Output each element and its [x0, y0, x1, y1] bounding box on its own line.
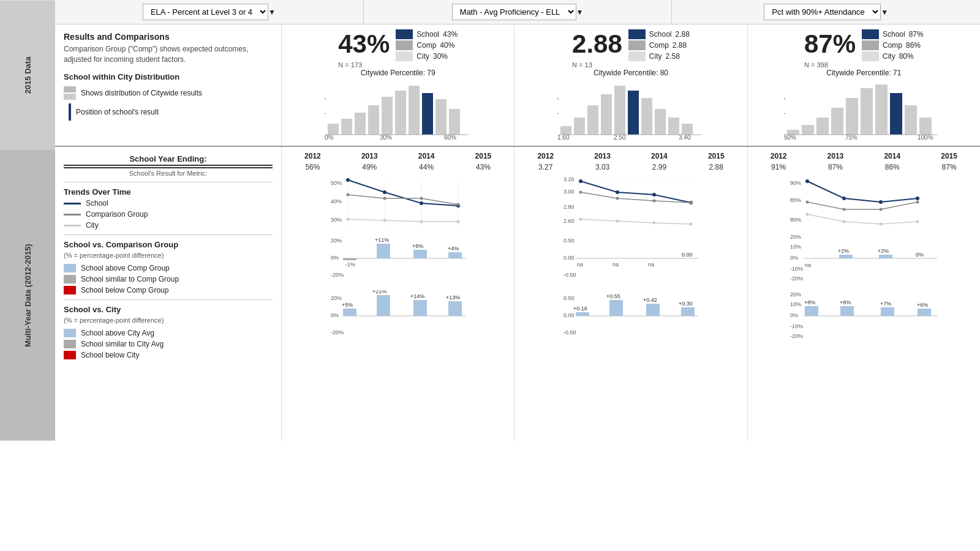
ela-dropdown[interactable]: ELA - Percent at Level 3 or 4: [143, 4, 268, 20]
svg-text:0.50: 0.50: [564, 238, 575, 244]
ela-yr-2013: 2013: [341, 151, 398, 162]
svg-text:30%: 30%: [331, 217, 342, 223]
svg-point-135: [916, 201, 919, 204]
svg-text:-0.50: -0.50: [564, 329, 576, 335]
city-legend-title: School vs. City: [64, 305, 273, 314]
svg-text:-20%: -20%: [331, 329, 344, 335]
svg-text:3.00: 3.00: [564, 189, 575, 195]
attendance-dropdown[interactable]: Pct with 90%+ Attendance: [764, 4, 881, 20]
ela-yr-2014: 2014: [398, 151, 455, 162]
svg-rect-80: [343, 309, 356, 316]
attendance-stat-row: 87% N = 398 School 87% Comp 86%: [752, 29, 976, 69]
svg-text:0.00: 0.00: [564, 255, 575, 261]
svg-rect-147: [839, 255, 853, 258]
svg-point-99: [652, 200, 655, 203]
ela-yr-2015: 2015: [454, 151, 511, 162]
ela-city-value: 30%: [433, 52, 448, 61]
svg-point-56: [346, 193, 349, 197]
math-city-label: City: [649, 52, 662, 61]
attendance-trend-chart: 90% 85% 80%: [790, 175, 937, 230]
svg-text:1.60: 1.60: [557, 134, 570, 141]
math-trend-chart: 3.20 3.00 2.80 2.60: [564, 175, 698, 230]
svg-text:20%: 20%: [790, 234, 801, 240]
ela-city-swatch: [396, 51, 413, 61]
math-val-2012: 3.27: [517, 162, 574, 173]
svg-point-98: [616, 197, 619, 200]
svg-point-58: [420, 197, 423, 200]
svg-text:0.00: 0.00: [564, 312, 575, 318]
svg-rect-18: [560, 126, 571, 135]
svg-rect-39: [875, 84, 888, 135]
svg-rect-40: [890, 93, 902, 135]
svg-text:+2%: +2%: [878, 248, 889, 254]
attendance-2015-col: 87% N = 398 School 87% Comp 86%: [748, 24, 980, 146]
svg-rect-12: [449, 109, 460, 135]
svg-text:+6%: +6%: [917, 302, 928, 308]
svg-rect-19: [574, 118, 585, 135]
svg-point-134: [880, 208, 883, 211]
page-container: 2015 Data Multi-Year Data (2012-2015) EL…: [0, 0, 980, 441]
math-city-value: 2.58: [666, 52, 680, 61]
top-dropdowns: ELA - Percent at Level 3 or 4 ▼ Math - A…: [55, 0, 980, 24]
city-legend-sub: (% = percentage-point difference): [64, 317, 273, 324]
svg-text:0%: 0%: [325, 134, 334, 141]
svg-text:0.50: 0.50: [564, 295, 575, 301]
svg-rect-82: [377, 295, 390, 316]
svg-point-103: [652, 222, 655, 225]
dist-legend-line: Position of school's result: [64, 103, 273, 121]
svg-point-60: [346, 218, 349, 221]
svg-rect-37: [846, 98, 858, 135]
label-2015-data: 2015 Data: [0, 0, 55, 150]
dist-legend-title: School within City Distribution: [64, 72, 273, 81]
svg-rect-42: [919, 118, 932, 135]
trends-comp-item: Comparison Group: [64, 210, 273, 219]
results-title: Results and Comparisons: [64, 32, 273, 42]
svg-rect-20: [587, 105, 598, 135]
ela-trend-chart: 50% 40% 30%: [331, 175, 466, 230]
attendance-city-value: 80%: [899, 52, 914, 61]
svg-rect-21: [601, 94, 612, 135]
attendance-multi-col: 2012 2013 2014 2015 91% 87% 86% 87% 90%: [748, 147, 980, 441]
svg-text:Frequency: Frequency: [557, 97, 559, 126]
svg-text:80%: 80%: [790, 217, 801, 223]
svg-text:-20%: -20%: [331, 272, 344, 278]
math-dropdown[interactable]: Math - Avg Proficiency - ELL: [452, 4, 576, 20]
svg-rect-36: [831, 108, 843, 135]
comp-above-item: School above Comp Group: [64, 264, 273, 272]
svg-point-59: [456, 203, 459, 206]
svg-rect-5: [355, 113, 366, 135]
svg-text:0%: 0%: [331, 312, 339, 318]
svg-rect-162: [881, 307, 894, 316]
ela-big-value: 43%: [338, 29, 390, 59]
svg-text:+13%: +13%: [446, 294, 460, 301]
comp-similar-swatch: [64, 275, 76, 283]
ela-n-label: N = 173: [338, 61, 390, 69]
results-description: Comparison Group ("Comp") shows expected…: [64, 44, 273, 65]
svg-text:+2%: +2%: [838, 248, 849, 254]
ela-multi-col: 2012 2013 2014 2015 56% 49% 44% 43% 50%: [282, 147, 514, 441]
svg-rect-117: [576, 312, 589, 316]
attendance-comp-bars: 20% 10% 0% -10% -20% na +2% +2% 0%: [790, 233, 937, 288]
svg-text:+8%: +8%: [804, 299, 815, 305]
ela-comp-swatch: [396, 40, 413, 50]
math-citywide-percentile: Citywide Percentile: 80: [594, 69, 668, 77]
trends-school-item: School: [64, 199, 273, 208]
comp-below-swatch: [64, 286, 76, 294]
city-below-label: School below City: [81, 351, 139, 359]
svg-rect-10: [422, 93, 433, 135]
math-multi-col: 2012 2013 2014 2015 3.27 3.03 2.99 2.88 …: [514, 147, 747, 441]
city-below-swatch: [64, 351, 76, 359]
ela-school-stat: School 43%: [396, 29, 458, 39]
svg-text:+0.55: +0.55: [606, 293, 620, 299]
result-for-metric-label: School's Result for Metric:: [64, 170, 273, 177]
svg-text:3.40: 3.40: [679, 134, 691, 141]
svg-text:Frequency: Frequency: [784, 97, 785, 126]
svg-text:0.00: 0.00: [682, 252, 693, 258]
svg-text:+8%: +8%: [840, 299, 851, 305]
svg-text:+11%: +11%: [375, 237, 389, 243]
attendance-city-swatch: [862, 51, 879, 61]
math-val-2014: 2.99: [631, 162, 688, 173]
svg-text:20%: 20%: [790, 291, 801, 298]
svg-point-94: [616, 190, 619, 194]
ela-school-label: School: [417, 30, 439, 39]
